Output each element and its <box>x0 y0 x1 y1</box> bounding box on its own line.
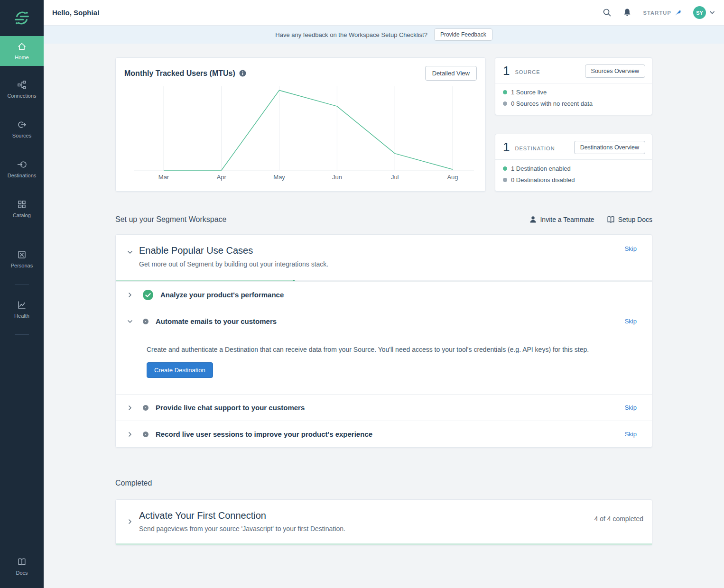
sidebar-item-label: Personas <box>11 263 33 268</box>
completed-card-title: Activate Your First Connection <box>139 510 345 521</box>
book-icon <box>607 216 615 223</box>
source-stat-norecent: 0 Sources with no recent data <box>503 100 644 107</box>
svg-text:Jun: Jun <box>332 174 342 181</box>
task-title: Analyze your product's performance <box>160 291 284 299</box>
svg-text:May: May <box>273 174 285 181</box>
skip-link[interactable]: Skip <box>625 318 637 325</box>
radio-circle-icon <box>143 432 149 437</box>
completed-card[interactable]: Activate Your First Connection Send page… <box>115 499 652 545</box>
use-cases-progress-track <box>116 280 652 281</box>
destinations-label: DESTINATION <box>515 146 555 151</box>
task-body-text: Create and authenticate a Destination th… <box>147 346 637 353</box>
sidebar-divider <box>15 234 29 234</box>
personas-icon <box>17 250 27 259</box>
task-title: Provide live chat support to your custom… <box>156 404 305 412</box>
sources-overview-button[interactable]: Sources Overview <box>585 64 645 78</box>
sidebar-nav: Home Connections Sources <box>0 36 44 345</box>
destinations-icon <box>17 160 27 169</box>
user-menu[interactable]: SY <box>693 6 715 19</box>
status-dot-gray <box>503 178 507 182</box>
source-stat-live: 1 Source live <box>503 89 644 96</box>
status-dot-green <box>503 166 507 171</box>
chevron-right-icon[interactable] <box>127 405 133 411</box>
svg-text:Jul: Jul <box>391 174 399 181</box>
skip-link[interactable]: Skip <box>625 404 637 411</box>
task-row-live-chat[interactable]: Provide live chat support to your custom… <box>116 394 652 421</box>
invite-teammate-link[interactable]: Invite a Teammate <box>529 216 594 223</box>
sources-label: SOURCE <box>515 69 540 75</box>
page-content: Monthly Tracked Users (MTUs) Detailed Vi… <box>44 44 724 588</box>
sidebar-divider <box>15 284 29 285</box>
feedback-banner-text: Have any feedback on the Workspace Setup… <box>275 31 427 38</box>
sidebar-item-personas[interactable]: Personas <box>0 244 44 274</box>
create-destination-button[interactable]: Create Destination <box>147 362 213 378</box>
sidebar-item-docs[interactable]: Docs <box>0 551 44 581</box>
svg-text:Apr: Apr <box>217 174 227 181</box>
home-icon <box>17 42 27 51</box>
skip-link[interactable]: Skip <box>625 245 637 252</box>
completed-card-subtitle: Send pageviews from your source 'Javascr… <box>139 525 345 533</box>
check-circle-icon <box>143 290 153 300</box>
sidebar-item-label: Health <box>14 313 29 319</box>
main-area: Hello, Sophia! STARTUP <box>44 0 724 588</box>
destinations-count: 1 <box>503 140 510 155</box>
sidebar-item-connections[interactable]: Connections <box>0 74 44 104</box>
plan-flag-icon <box>674 9 682 16</box>
destinations-overview-button[interactable]: Destinations Overview <box>574 141 645 154</box>
task-row-record-sessions[interactable]: Record live user sessions to improve you… <box>116 421 652 447</box>
plan-label: STARTUP <box>643 10 671 16</box>
sidebar-item-catalog[interactable]: Catalog <box>0 194 44 224</box>
chevron-right-icon[interactable] <box>127 519 133 524</box>
mtu-chart-card: Monthly Tracked Users (MTUs) Detailed Vi… <box>115 57 486 192</box>
destinations-overview-card: 1 DESTINATION Destinations Overview 1 De… <box>495 134 652 192</box>
docs-icon <box>17 557 27 567</box>
skip-link[interactable]: Skip <box>625 431 637 438</box>
sidebar-item-label: Docs <box>16 570 28 576</box>
detailed-view-button[interactable]: Detailed View <box>425 66 477 81</box>
sidebar-item-destinations[interactable]: Destinations <box>0 154 44 184</box>
chevron-right-icon[interactable] <box>127 432 133 437</box>
chevron-right-icon[interactable] <box>127 292 133 298</box>
status-dot-green <box>503 90 507 94</box>
chevron-down-icon <box>710 11 715 14</box>
svg-text:Mar: Mar <box>158 174 169 181</box>
provide-feedback-button[interactable]: Provide Feedback <box>434 28 492 41</box>
sidebar-item-home[interactable]: Home <box>0 36 44 66</box>
svg-text:Aug: Aug <box>447 174 458 181</box>
chevron-down-icon[interactable] <box>127 249 133 255</box>
notifications-button[interactable] <box>623 8 631 17</box>
sidebar-item-sources[interactable]: Sources <box>0 114 44 144</box>
completed-status: 4 of 4 completed <box>594 515 643 523</box>
setup-section-title: Set up your Segment Workspace <box>115 215 227 224</box>
sidebar-item-label: Home <box>15 55 28 60</box>
task-row-analyze-performance[interactable]: Analyze your product's performance <box>116 281 652 308</box>
top-header: Hello, Sophia! STARTUP <box>44 0 724 26</box>
segment-logo-icon <box>14 10 30 26</box>
radio-circle-icon <box>143 319 149 324</box>
catalog-icon <box>17 200 27 209</box>
greeting-text: Hello, Sophia! <box>52 9 100 17</box>
chart-title: Monthly Tracked Users (MTUs) <box>124 69 235 78</box>
use-cases-title: Enable Popular Use Cases <box>139 245 328 256</box>
task-body-automate-emails: Create and authenticate a Destination th… <box>116 334 652 394</box>
task-title: Record live user sessions to improve you… <box>156 430 372 438</box>
search-button[interactable] <box>603 8 612 17</box>
mtu-line-chart: MarAprMayJunJulAug <box>124 81 478 183</box>
chevron-down-icon[interactable] <box>127 319 133 324</box>
task-title: Automate emails to your customers <box>156 317 277 325</box>
sidebar-divider <box>15 334 29 335</box>
avatar: SY <box>693 6 706 19</box>
feedback-banner: Have any feedback on the Workspace Setup… <box>44 26 724 44</box>
sources-count: 1 <box>503 64 510 78</box>
plan-badge[interactable]: STARTUP <box>643 9 682 16</box>
sidebar-item-health[interactable]: Health <box>0 294 44 324</box>
task-row-automate-emails[interactable]: Automate emails to your customers Skip <box>116 308 652 334</box>
use-cases-header-row[interactable]: Enable Popular Use Cases Get more out of… <box>116 235 652 281</box>
segment-logo[interactable] <box>0 0 44 36</box>
bell-icon <box>623 8 631 17</box>
use-cases-subtitle: Get more out of Segment by building out … <box>139 260 328 268</box>
sources-icon <box>17 120 27 129</box>
radio-circle-icon <box>143 405 149 411</box>
info-icon[interactable] <box>239 70 246 77</box>
setup-docs-link[interactable]: Setup Docs <box>607 216 652 223</box>
